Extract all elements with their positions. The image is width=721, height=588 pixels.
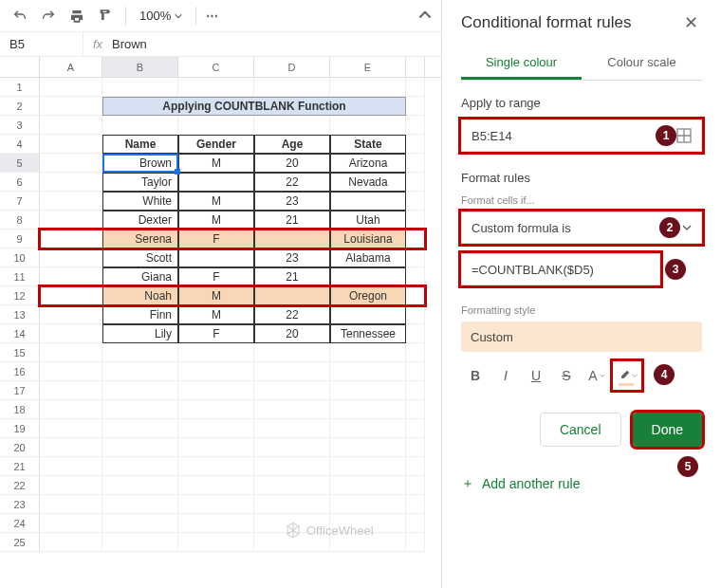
cell[interactable] [40,248,102,267]
row-header[interactable]: 1 [0,78,40,97]
cell[interactable] [178,400,254,419]
cell[interactable] [40,230,102,248]
cell[interactable] [102,116,178,135]
condition-select[interactable]: Custom formula is 2 [461,211,702,244]
print-icon[interactable] [66,6,87,27]
cell[interactable]: M [178,154,254,173]
cell[interactable] [406,362,425,381]
cell[interactable]: Finn [102,305,178,324]
cell[interactable] [406,192,425,211]
cell[interactable]: Lily [102,324,178,343]
column-header-E[interactable]: E [330,57,406,77]
cell[interactable] [254,230,330,248]
cell[interactable] [40,267,102,286]
cell[interactable] [40,116,102,135]
row-header[interactable]: 18 [0,400,40,419]
cell[interactable] [330,116,406,135]
cell[interactable] [40,419,102,438]
cell[interactable] [406,400,425,419]
select-all-corner[interactable] [0,57,40,77]
cell[interactable] [330,457,406,476]
row-header[interactable]: 5 [0,154,40,173]
cell[interactable]: Serena [102,230,178,248]
collapse-toolbar-icon[interactable] [418,9,432,23]
toolbar-more-icon[interactable]: ⋯ [206,9,219,23]
row-header[interactable]: 22 [0,476,40,495]
redo-icon[interactable] [38,6,59,27]
cell[interactable] [40,514,102,533]
underline-button[interactable]: U [522,361,550,390]
cell[interactable]: F [178,230,254,248]
row-header[interactable]: 7 [0,192,40,211]
cell[interactable] [178,78,254,97]
cell[interactable] [102,78,178,97]
cell[interactable] [40,97,102,116]
formula-bar[interactable]: Brown [112,37,147,51]
name-box[interactable]: B5 [0,32,83,56]
cell[interactable] [254,400,330,419]
cell[interactable]: M [178,305,254,324]
cell[interactable] [178,381,254,400]
cell[interactable] [330,305,406,324]
cell[interactable]: Name [102,135,178,154]
row-header[interactable]: 13 [0,305,40,324]
row-header[interactable]: 16 [0,362,40,381]
cell[interactable] [330,419,406,438]
cell[interactable] [330,381,406,400]
cell[interactable]: 22 [254,305,330,324]
column-header-A[interactable]: A [40,57,102,77]
cell[interactable] [178,116,254,135]
zoom-dropdown[interactable]: 100% [136,9,186,23]
cell[interactable] [330,78,406,97]
cell[interactable]: F [178,267,254,286]
cell[interactable] [102,362,178,381]
cell[interactable] [330,192,406,211]
row-header[interactable]: 8 [0,211,40,230]
cell[interactable]: 21 [254,211,330,230]
paint-format-icon[interactable] [95,6,116,27]
row-header[interactable]: 4 [0,135,40,154]
cell[interactable] [330,400,406,419]
cell[interactable]: State [330,135,406,154]
column-header-B[interactable]: B [102,57,178,77]
cell[interactable]: M [178,211,254,230]
row-header[interactable]: 11 [0,267,40,286]
cell[interactable] [178,173,254,192]
cell[interactable] [406,78,425,97]
range-picker-icon[interactable] [676,128,692,143]
row-header[interactable]: 19 [0,419,40,438]
cell[interactable] [102,495,178,514]
cell[interactable] [254,457,330,476]
cell[interactable] [406,495,425,514]
cell[interactable]: Nevada [330,173,406,192]
style-preview[interactable]: Custom [461,322,702,352]
cell[interactable] [254,78,330,97]
cell[interactable] [254,381,330,400]
cell[interactable] [102,457,178,476]
cell[interactable] [254,419,330,438]
cell[interactable]: M [178,192,254,211]
cell[interactable] [406,533,425,552]
row-header[interactable]: 9 [0,230,40,248]
cell[interactable] [406,343,425,362]
cell[interactable] [178,362,254,381]
strikethrough-button[interactable]: S [552,361,581,390]
row-header[interactable]: 23 [0,495,40,514]
close-icon[interactable]: ✕ [679,11,702,34]
cell[interactable] [254,286,330,305]
cell[interactable]: Age [254,135,330,154]
cell[interactable]: 20 [254,154,330,173]
cell[interactable] [40,362,102,381]
cell[interactable] [178,438,254,457]
cell[interactable]: Giana [102,267,178,286]
cell[interactable]: Louisiana [330,230,406,248]
cell[interactable]: Scott [102,248,178,267]
cell[interactable] [330,343,406,362]
formula-input[interactable]: =COUNTBLANK($D5) 3 [461,253,660,285]
cell[interactable] [406,324,425,343]
row-header[interactable]: 3 [0,116,40,135]
cell[interactable] [330,495,406,514]
row-header[interactable]: 12 [0,286,40,305]
cell[interactable] [178,419,254,438]
add-another-rule[interactable]: ＋ Add another rule [461,475,702,492]
